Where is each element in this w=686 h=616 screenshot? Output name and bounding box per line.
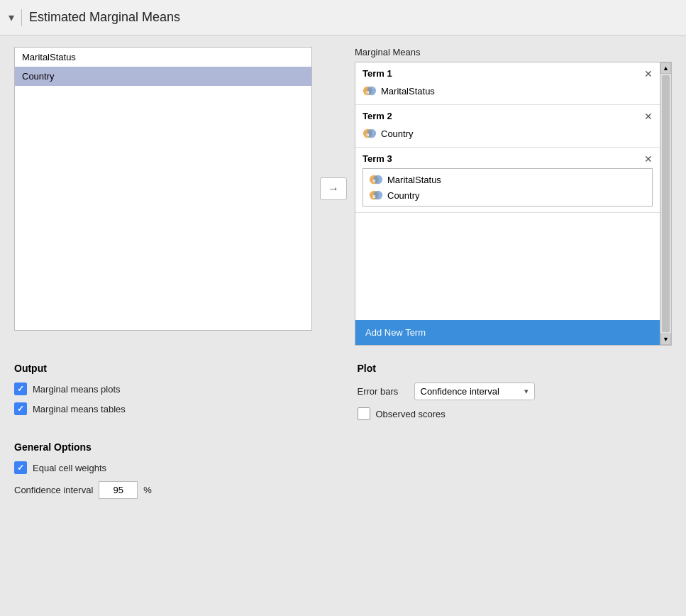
term-3-block: Term 3 ✕ a MaritalS	[355, 148, 660, 213]
term-2-item-country: a Country	[363, 126, 653, 141]
marginal-means-tables-checkbox[interactable]: ✓	[14, 402, 27, 415]
confidence-interval-row: Confidence interval %	[14, 481, 672, 499]
equal-cell-weights-label: Equal cell weights	[33, 463, 106, 473]
error-bars-label: Error bars	[358, 386, 407, 397]
marginal-means-tables-label: Marginal means tables	[33, 404, 126, 414]
marginal-means-label: Marginal Means	[355, 47, 672, 57]
term-3-var1-label: MaritalStatus	[387, 175, 441, 185]
plot-section: Plot Error bars Confidence interval ▾ Ob…	[358, 363, 673, 427]
term-3-var2-label: Country	[387, 190, 420, 201]
source-variable-list[interactable]: MaritalStatus Country	[14, 47, 312, 331]
main-content: MaritalStatus Country → Marginal Means	[0, 35, 686, 510]
scrollbar-thumb[interactable]	[662, 75, 670, 332]
term-3-title: Term 3	[363, 153, 392, 164]
term-3-item-country: a Country	[369, 187, 646, 203]
term-3-close-button[interactable]: ✕	[644, 154, 653, 164]
header-divider	[21, 9, 22, 26]
term-1-header: Term 1 ✕	[363, 68, 653, 79]
page-title: Estimated Marginal Means	[29, 10, 180, 25]
error-bars-row: Error bars Confidence interval ▾	[358, 383, 673, 400]
variable-icon: a	[363, 85, 377, 97]
chevron-icon[interactable]: ▾	[9, 11, 14, 24]
source-item-maritalstatus[interactable]: MaritalStatus	[15, 48, 311, 67]
source-item-country[interactable]: Country	[15, 67, 311, 86]
observed-scores-row: Observed scores	[358, 407, 673, 420]
arrow-button-container: →	[312, 47, 355, 331]
checkmark-icon: ✓	[17, 463, 24, 472]
checkmark-icon: ✓	[17, 385, 24, 393]
percent-symbol: %	[143, 485, 152, 495]
terms-inner: Term 1 ✕ a MaritalStatus	[355, 62, 660, 213]
scrollbar-down-button[interactable]: ▼	[660, 334, 671, 345]
dropdown-arrow-icon: ▾	[524, 387, 529, 396]
add-new-term-button[interactable]: Add New Term	[355, 320, 671, 345]
term-2-var-label: Country	[381, 128, 414, 139]
term-2-title: Term 2	[363, 111, 392, 121]
confidence-interval-input[interactable]	[99, 481, 138, 499]
term-2-close-button[interactable]: ✕	[644, 111, 653, 121]
top-section: MaritalStatus Country → Marginal Means	[14, 47, 672, 346]
term-2-header: Term 2 ✕	[363, 111, 653, 121]
move-to-marginal-button[interactable]: →	[320, 177, 347, 200]
confidence-interval-label: Confidence interval	[14, 485, 93, 495]
terms-scrollbar[interactable]: ▲ ▼	[660, 62, 671, 345]
marginal-means-plots-label: Marginal means plots	[33, 384, 121, 395]
observed-scores-label: Observed scores	[376, 409, 446, 419]
terms-scroll-area[interactable]: Term 1 ✕ a MaritalStatus	[355, 62, 671, 320]
marginal-means-tables-row: ✓ Marginal means tables	[14, 402, 329, 415]
error-bars-value: Confidence interval	[421, 386, 499, 397]
term-1-close-button[interactable]: ✕	[644, 69, 653, 79]
variable-icon: a	[369, 174, 383, 185]
term-3-item-maritalstatus: a MaritalStatus	[369, 172, 646, 187]
equal-cell-weights-checkbox[interactable]: ✓	[14, 461, 27, 474]
observed-scores-checkbox[interactable]	[358, 407, 370, 420]
marginal-means-plots-row: ✓ Marginal means plots	[14, 383, 329, 395]
term-1-item-maritalstatus: a MaritalStatus	[363, 83, 653, 99]
term-3-header: Term 3 ✕	[363, 153, 653, 164]
general-options-title: General Options	[14, 441, 672, 453]
plot-section-title: Plot	[358, 363, 673, 374]
marginal-means-section: Marginal Means Term 1 ✕	[355, 47, 672, 346]
term-1-block: Term 1 ✕ a MaritalStatus	[355, 62, 660, 105]
term-1-title: Term 1	[363, 68, 392, 79]
variable-icon: a	[363, 128, 377, 139]
term-2-block: Term 2 ✕ a Country	[355, 105, 660, 148]
error-bars-dropdown[interactable]: Confidence interval ▾	[414, 383, 535, 400]
general-options-section: General Options ✓ Equal cell weights Con…	[14, 441, 672, 499]
checkmark-icon: ✓	[17, 405, 24, 413]
term-3-vars-box: a MaritalStatus a	[363, 168, 653, 207]
header-bar: ▾ Estimated Marginal Means	[0, 0, 686, 35]
terms-container: Term 1 ✕ a MaritalStatus	[355, 62, 672, 346]
output-section-title: Output	[14, 363, 329, 374]
bottom-sections: Output ✓ Marginal means plots ✓ Marginal…	[14, 363, 672, 427]
scrollbar-up-button[interactable]: ▲	[660, 62, 671, 74]
marginal-means-plots-checkbox[interactable]: ✓	[14, 383, 27, 395]
variable-icon: a	[369, 189, 383, 201]
term-1-var-label: MaritalStatus	[381, 86, 435, 97]
output-section: Output ✓ Marginal means plots ✓ Marginal…	[14, 363, 329, 427]
equal-cell-weights-row: ✓ Equal cell weights	[14, 461, 672, 474]
